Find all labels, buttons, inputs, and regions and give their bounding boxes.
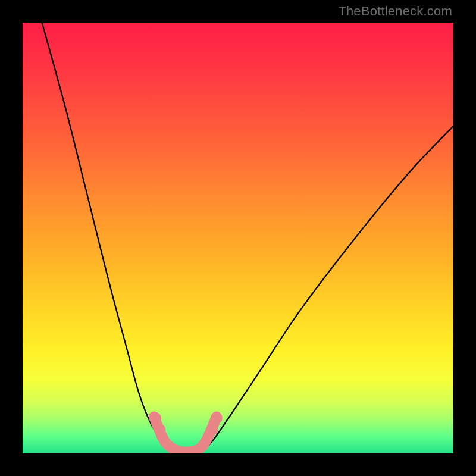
curve-right bbox=[201, 126, 453, 452]
chart-plot-area bbox=[23, 23, 453, 453]
chart-svg bbox=[23, 23, 453, 453]
svg-point-3 bbox=[211, 412, 223, 424]
svg-point-0 bbox=[149, 412, 161, 424]
svg-point-2 bbox=[206, 424, 218, 436]
trough-marker bbox=[149, 412, 223, 452]
svg-point-1 bbox=[154, 424, 165, 436]
curve-left bbox=[42, 23, 171, 452]
watermark-text: TheBottleneck.com bbox=[338, 4, 452, 19]
chart-frame: TheBottleneck.com bbox=[0, 0, 476, 476]
